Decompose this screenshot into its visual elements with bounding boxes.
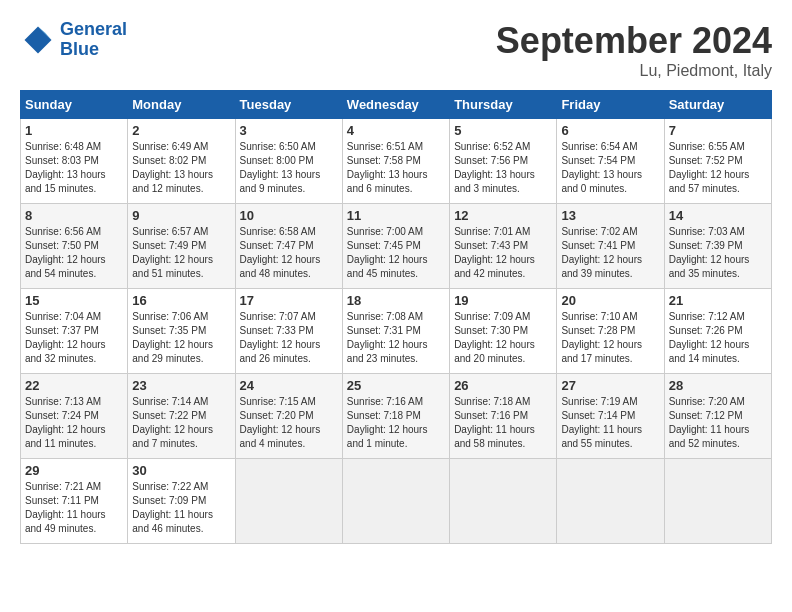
table-row: 4Sunrise: 6:51 AMSunset: 7:58 PMDaylight… xyxy=(342,119,449,204)
month-title: September 2024 xyxy=(496,20,772,62)
table-row xyxy=(235,459,342,544)
logo-line1: General xyxy=(60,19,127,39)
table-row: 19Sunrise: 7:09 AMSunset: 7:30 PMDayligh… xyxy=(450,289,557,374)
table-row: 9Sunrise: 6:57 AMSunset: 7:49 PMDaylight… xyxy=(128,204,235,289)
col-thursday: Thursday xyxy=(450,91,557,119)
table-row: 15Sunrise: 7:04 AMSunset: 7:37 PMDayligh… xyxy=(21,289,128,374)
table-row: 26Sunrise: 7:18 AMSunset: 7:16 PMDayligh… xyxy=(450,374,557,459)
table-row: 18Sunrise: 7:08 AMSunset: 7:31 PMDayligh… xyxy=(342,289,449,374)
table-row: 28Sunrise: 7:20 AMSunset: 7:12 PMDayligh… xyxy=(664,374,771,459)
col-tuesday: Tuesday xyxy=(235,91,342,119)
week-row-2: 15Sunrise: 7:04 AMSunset: 7:37 PMDayligh… xyxy=(21,289,772,374)
col-sunday: Sunday xyxy=(21,91,128,119)
page-header: General Blue September 2024 Lu, Piedmont… xyxy=(20,20,772,80)
table-row: 10Sunrise: 6:58 AMSunset: 7:47 PMDayligh… xyxy=(235,204,342,289)
table-row: 24Sunrise: 7:15 AMSunset: 7:20 PMDayligh… xyxy=(235,374,342,459)
table-row: 22Sunrise: 7:13 AMSunset: 7:24 PMDayligh… xyxy=(21,374,128,459)
col-saturday: Saturday xyxy=(664,91,771,119)
table-row: 25Sunrise: 7:16 AMSunset: 7:18 PMDayligh… xyxy=(342,374,449,459)
header-row: Sunday Monday Tuesday Wednesday Thursday… xyxy=(21,91,772,119)
table-row: 20Sunrise: 7:10 AMSunset: 7:28 PMDayligh… xyxy=(557,289,664,374)
table-row xyxy=(664,459,771,544)
logo-text: General Blue xyxy=(60,20,127,60)
col-wednesday: Wednesday xyxy=(342,91,449,119)
table-row: 2Sunrise: 6:49 AMSunset: 8:02 PMDaylight… xyxy=(128,119,235,204)
table-row: 17Sunrise: 7:07 AMSunset: 7:33 PMDayligh… xyxy=(235,289,342,374)
week-row-1: 8Sunrise: 6:56 AMSunset: 7:50 PMDaylight… xyxy=(21,204,772,289)
table-row: 27Sunrise: 7:19 AMSunset: 7:14 PMDayligh… xyxy=(557,374,664,459)
col-monday: Monday xyxy=(128,91,235,119)
table-row: 23Sunrise: 7:14 AMSunset: 7:22 PMDayligh… xyxy=(128,374,235,459)
week-row-0: 1Sunrise: 6:48 AMSunset: 8:03 PMDaylight… xyxy=(21,119,772,204)
table-row: 6Sunrise: 6:54 AMSunset: 7:54 PMDaylight… xyxy=(557,119,664,204)
table-row: 30Sunrise: 7:22 AMSunset: 7:09 PMDayligh… xyxy=(128,459,235,544)
table-row: 1Sunrise: 6:48 AMSunset: 8:03 PMDaylight… xyxy=(21,119,128,204)
svg-marker-0 xyxy=(25,26,52,53)
week-row-4: 29Sunrise: 7:21 AMSunset: 7:11 PMDayligh… xyxy=(21,459,772,544)
table-row: 13Sunrise: 7:02 AMSunset: 7:41 PMDayligh… xyxy=(557,204,664,289)
week-row-3: 22Sunrise: 7:13 AMSunset: 7:24 PMDayligh… xyxy=(21,374,772,459)
logo: General Blue xyxy=(20,20,127,60)
table-row: 12Sunrise: 7:01 AMSunset: 7:43 PMDayligh… xyxy=(450,204,557,289)
logo-icon xyxy=(20,22,56,58)
table-row: 7Sunrise: 6:55 AMSunset: 7:52 PMDaylight… xyxy=(664,119,771,204)
table-row xyxy=(557,459,664,544)
table-row: 14Sunrise: 7:03 AMSunset: 7:39 PMDayligh… xyxy=(664,204,771,289)
location: Lu, Piedmont, Italy xyxy=(496,62,772,80)
table-row: 21Sunrise: 7:12 AMSunset: 7:26 PMDayligh… xyxy=(664,289,771,374)
table-row xyxy=(342,459,449,544)
table-row: 29Sunrise: 7:21 AMSunset: 7:11 PMDayligh… xyxy=(21,459,128,544)
table-row: 8Sunrise: 6:56 AMSunset: 7:50 PMDaylight… xyxy=(21,204,128,289)
title-block: September 2024 Lu, Piedmont, Italy xyxy=(496,20,772,80)
col-friday: Friday xyxy=(557,91,664,119)
calendar-table: Sunday Monday Tuesday Wednesday Thursday… xyxy=(20,90,772,544)
table-row: 3Sunrise: 6:50 AMSunset: 8:00 PMDaylight… xyxy=(235,119,342,204)
table-row xyxy=(450,459,557,544)
table-row: 5Sunrise: 6:52 AMSunset: 7:56 PMDaylight… xyxy=(450,119,557,204)
logo-line2: Blue xyxy=(60,39,99,59)
table-row: 11Sunrise: 7:00 AMSunset: 7:45 PMDayligh… xyxy=(342,204,449,289)
table-row: 16Sunrise: 7:06 AMSunset: 7:35 PMDayligh… xyxy=(128,289,235,374)
